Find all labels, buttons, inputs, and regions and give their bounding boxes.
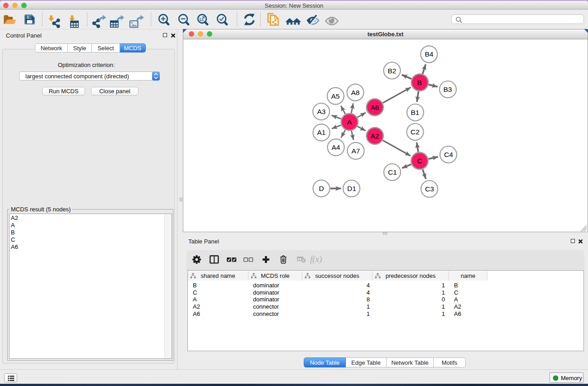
svg-text:A8: A8 [351,89,360,96]
svg-text:C3: C3 [425,185,434,193]
svg-text:A4: A4 [332,143,340,151]
svg-text:C1: C1 [388,168,397,176]
svg-text:A1: A1 [317,129,326,136]
svg-text:A7: A7 [352,147,360,155]
svg-text:B4: B4 [425,50,434,58]
svg-text:B1: B1 [411,109,420,116]
svg-text:A2: A2 [371,132,379,140]
svg-text:C2: C2 [411,128,420,136]
svg-text:C: C [417,157,422,165]
svg-text:A6: A6 [371,104,379,111]
svg-text:C4: C4 [444,151,453,158]
svg-text:A3: A3 [317,108,326,115]
svg-text:B3: B3 [444,86,452,93]
svg-text:B2: B2 [388,67,397,75]
svg-text:A: A [347,118,352,126]
svg-text:D: D [319,185,324,192]
svg-text:D1: D1 [347,185,356,192]
svg-text:A5: A5 [331,92,340,100]
svg-text:B: B [417,79,422,86]
